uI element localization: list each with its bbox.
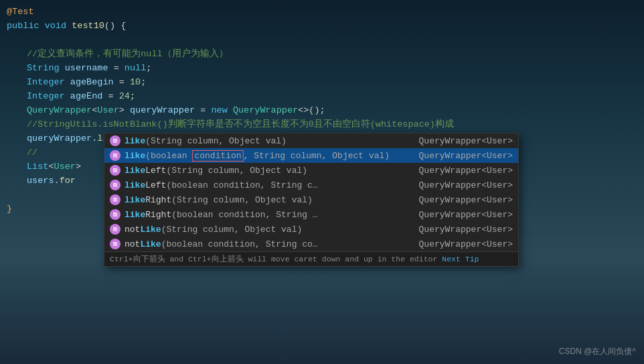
num-10: 10 xyxy=(130,76,141,90)
ac-icon-1: m xyxy=(110,135,120,146)
code-line-1: @Test xyxy=(7,5,644,19)
code-line-9: //StringUtils.isNotBlank()判断字符串是否不为空且长度不… xyxy=(7,118,644,132)
ac-icon-4: m xyxy=(110,180,120,190)
watermark: CSDN @在人间负债^ xyxy=(559,346,636,357)
code-line-5: String username = null; xyxy=(7,62,644,76)
ac-text-4: likeLeft(boolean condition, String c… xyxy=(125,180,406,190)
code-line-2: public void test10() { xyxy=(7,19,644,34)
ac-icon-2: m xyxy=(110,150,120,161)
code-line-4: //定义查询条件，有可能为null（用户为输入） xyxy=(7,48,644,62)
statusbar-hint: Ctrl+向下箭头 and Ctrl+向上箭头 will move caret … xyxy=(110,254,437,264)
keyword-public: public xyxy=(7,19,45,34)
var-username: username xyxy=(65,62,108,76)
code-line-6: Integer ageBegin = 10; xyxy=(7,76,644,90)
ac-return-8: QueryWrapper<User> xyxy=(406,239,513,249)
code-line-7: Integer ageEnd = 24; xyxy=(7,90,644,104)
num-24: 24 xyxy=(119,90,130,104)
ac-icon-3: m xyxy=(110,165,120,176)
method-name: test10 xyxy=(72,19,104,34)
ac-text-5: likeRight(String column, Object val) xyxy=(125,195,406,205)
ac-text-8: notLike(boolean condition, String co… xyxy=(125,239,406,249)
comment-1: //定义查询条件，有可能为null（用户为输入） xyxy=(27,48,228,62)
comment-3: // xyxy=(27,146,37,160)
closing-brace: } xyxy=(7,202,12,217)
ac-text-3: likeLeft(String column, Object val) xyxy=(125,166,406,176)
kw-new: new xyxy=(211,104,232,118)
kw-integer-1: Integer xyxy=(27,76,70,90)
ac-icon-8: m xyxy=(110,239,120,249)
code-line-8: QueryWrapper<User> queryWrapper = new Qu… xyxy=(7,104,644,118)
ac-text-7: notLike(String column, Object val) xyxy=(125,225,406,235)
ac-item-7[interactable]: m notLike(String column, Object val) Que… xyxy=(104,222,518,237)
var-qw2: queryWrapper xyxy=(27,132,92,146)
annotation: @Test xyxy=(7,5,34,19)
ac-text-2: like(boolean condition, String column, O… xyxy=(125,151,406,161)
ac-item-2[interactable]: m like(boolean condition, String column,… xyxy=(104,148,518,163)
ac-text-6: likeRight(boolean condition, String … xyxy=(125,210,406,220)
class-qw2: QueryWrapper xyxy=(233,104,298,118)
ac-item-5[interactable]: m likeRight(String column, Object val) Q… xyxy=(104,192,518,207)
ac-icon-7: m xyxy=(110,224,120,235)
ac-icon-6: m xyxy=(110,209,120,220)
var-ageend: ageEnd xyxy=(70,90,103,104)
comment-2: //StringUtils.isNotBlank()判断字符串是否不为空且长度不… xyxy=(27,118,454,132)
class-user2: User xyxy=(54,160,76,174)
ac-item-1[interactable]: m like(String column, Object val) QueryW… xyxy=(104,133,518,148)
next-tip-button[interactable]: Next Tip xyxy=(442,255,479,263)
null-kw: null xyxy=(125,62,146,76)
kw-integer-2: Integer xyxy=(27,90,70,104)
keyword-void: void xyxy=(45,19,72,34)
ac-item-4[interactable]: m likeLeft(boolean condition, String c… … xyxy=(104,178,518,192)
kw-list: List xyxy=(27,160,48,174)
code-line-3 xyxy=(7,34,644,48)
ac-return-5: QueryWrapper<User> xyxy=(406,195,513,205)
ac-return-3: QueryWrapper<User> xyxy=(406,166,513,176)
kw-string: String xyxy=(27,62,65,76)
ac-item-8[interactable]: m notLike(boolean condition, String co… … xyxy=(104,237,518,251)
ac-icon-5: m xyxy=(110,194,120,205)
var-users: users xyxy=(27,174,54,188)
autocomplete-dropdown[interactable]: m like(String column, Object val) QueryW… xyxy=(104,133,519,267)
ac-return-1: QueryWrapper<User> xyxy=(406,136,513,146)
ac-item-6[interactable]: m likeRight(boolean condition, String … … xyxy=(104,207,518,222)
ac-return-7: QueryWrapper<User> xyxy=(406,225,513,235)
class-qw: QueryWrapper xyxy=(27,104,92,118)
var-qw: queryWrapper xyxy=(130,104,195,118)
ac-return-4: QueryWrapper<User> xyxy=(406,180,513,190)
var-agebegin: ageBegin xyxy=(70,76,114,90)
paren: () { xyxy=(104,19,126,34)
ac-return-2: QueryWrapper<User> xyxy=(406,151,513,161)
ac-return-6: QueryWrapper<User> xyxy=(406,210,513,220)
autocomplete-statusbar: Ctrl+向下箭头 and Ctrl+向上箭头 will move caret … xyxy=(104,251,518,266)
for-keyword: for xyxy=(60,174,76,188)
ac-text-1: like(String column, Object val) xyxy=(125,136,406,146)
class-user: User xyxy=(97,104,118,118)
ac-item-3[interactable]: m likeLeft(String column, Object val) Qu… xyxy=(104,163,518,178)
